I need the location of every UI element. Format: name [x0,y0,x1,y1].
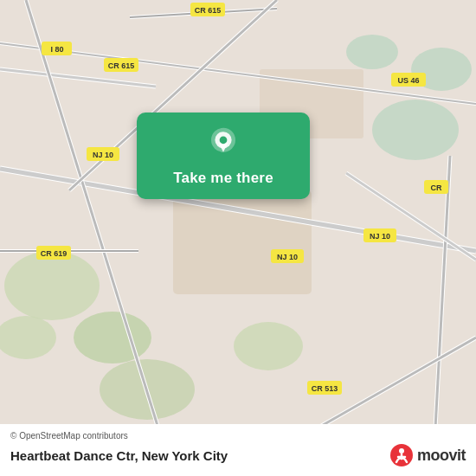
moovit-logo: moovit [389,443,466,467]
svg-point-8 [346,35,398,69]
svg-text:CR 619: CR 619 [41,249,68,258]
take-me-there-button[interactable]: Take me there [173,170,273,187]
svg-text:CR 615: CR 615 [195,6,222,15]
svg-text:US 46: US 46 [397,76,419,85]
bottom-bar: © OpenStreetMap contributors Heartbeat D… [0,424,476,476]
svg-text:CR 513: CR 513 [312,384,338,393]
svg-point-55 [399,448,404,453]
svg-text:CR 615: CR 615 [108,61,135,70]
svg-point-6 [372,100,459,160]
location-pin-icon [205,126,241,163]
place-name: Heartbeat Dance Ctr, New York City [10,448,228,463]
svg-text:CR: CR [431,183,442,192]
svg-rect-9 [173,190,312,294]
svg-point-5 [234,322,303,370]
svg-text:NJ 10: NJ 10 [277,253,298,261]
take-me-there-card[interactable]: Take me there [137,113,310,199]
svg-text:I 80: I 80 [50,45,63,54]
svg-point-3 [74,312,151,363]
moovit-brand-icon [389,443,414,467]
place-name-row: Heartbeat Dance Ctr, New York City moovi… [10,443,466,467]
map-svg: CR 615 CR 615 I 80 NJ 10 NJ 10 NJ 10 US … [0,0,476,476]
map-container: CR 615 CR 615 I 80 NJ 10 NJ 10 NJ 10 US … [0,0,476,476]
svg-text:NJ 10: NJ 10 [93,151,113,159]
svg-point-1 [4,251,100,320]
moovit-text: moovit [417,447,466,465]
svg-point-53 [220,136,228,144]
map-attribution: © OpenStreetMap contributors [10,431,466,441]
svg-text:NJ 10: NJ 10 [370,232,390,241]
